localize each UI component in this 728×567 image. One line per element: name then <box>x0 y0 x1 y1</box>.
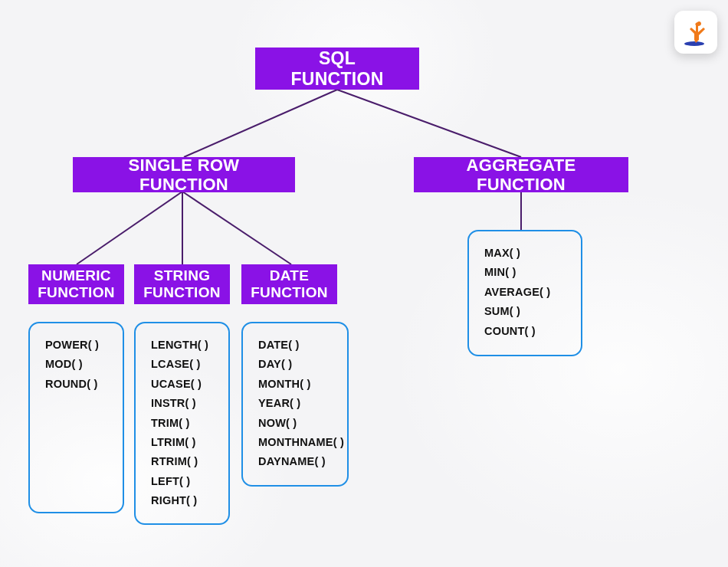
list-item: COUNT( ) <box>484 322 567 341</box>
list-item: UCASE( ) <box>151 375 215 394</box>
box-aggregate-functions: MAX( ) MIN( ) AVERAGE( ) SUM( ) COUNT( ) <box>467 230 582 356</box>
list-item: TRIM( ) <box>151 414 215 433</box>
list-item: SUM( ) <box>484 302 567 321</box>
list-item: AVERAGE( ) <box>484 283 567 302</box>
svg-line-0 <box>184 90 337 157</box>
box-date-functions: DATE( ) DAY( ) MONTH( ) YEAR( ) NOW( ) M… <box>241 322 349 487</box>
list-item: INSTR( ) <box>151 394 215 413</box>
svg-line-2 <box>77 192 182 264</box>
node-date-function: DATE FUNCTION <box>241 264 337 304</box>
list-item: LTRIM( ) <box>151 433 215 452</box>
list-item: MIN( ) <box>484 263 567 282</box>
list-item: RIGHT( ) <box>151 491 215 510</box>
node-numeric-function: NUMERIC FUNCTION <box>28 264 124 304</box>
node-label: DATE FUNCTION <box>251 267 328 301</box>
list-item: YEAR( ) <box>258 394 333 413</box>
list-item: MONTH( ) <box>258 375 333 394</box>
list-item: LENGTH( ) <box>151 336 215 355</box>
node-label: STRING FUNCTION <box>143 267 221 301</box>
list-item: LEFT( ) <box>151 472 215 491</box>
list-item: MAX( ) <box>484 244 567 263</box>
list-item: ROUND( ) <box>45 375 109 394</box>
brand-logo <box>674 11 717 54</box>
svg-line-4 <box>182 192 291 264</box>
node-label: NUMERIC FUNCTION <box>38 267 115 301</box>
svg-line-1 <box>337 90 521 157</box>
list-item: DATE( ) <box>258 336 333 355</box>
box-numeric-functions: POWER( ) MOD( ) ROUND( ) <box>28 322 124 513</box>
list-item: DAY( ) <box>258 355 333 374</box>
list-item: DAYNAME( ) <box>258 452 333 471</box>
list-item: MOD( ) <box>45 355 109 374</box>
list-item: POWER( ) <box>45 336 109 355</box>
node-string-function: STRING FUNCTION <box>134 264 230 304</box>
node-aggregate-function: AGGREGATE FUNCTION <box>414 157 628 192</box>
person-icon <box>680 17 711 48</box>
diagram-stage: SQL FUNCTION SINGLE ROW FUNCTION AGGREGA… <box>0 0 728 567</box>
node-single-row-function: SINGLE ROW FUNCTION <box>73 157 295 192</box>
list-item: RTRIM( ) <box>151 452 215 471</box>
list-item: MONTHNAME( ) <box>258 433 333 452</box>
node-sql-function: SQL FUNCTION <box>255 48 419 90</box>
list-item: LCASE( ) <box>151 355 215 374</box>
list-item: NOW( ) <box>258 414 333 433</box>
svg-point-6 <box>684 41 704 46</box>
box-string-functions: LENGTH( ) LCASE( ) UCASE( ) INSTR( ) TRI… <box>134 322 230 525</box>
